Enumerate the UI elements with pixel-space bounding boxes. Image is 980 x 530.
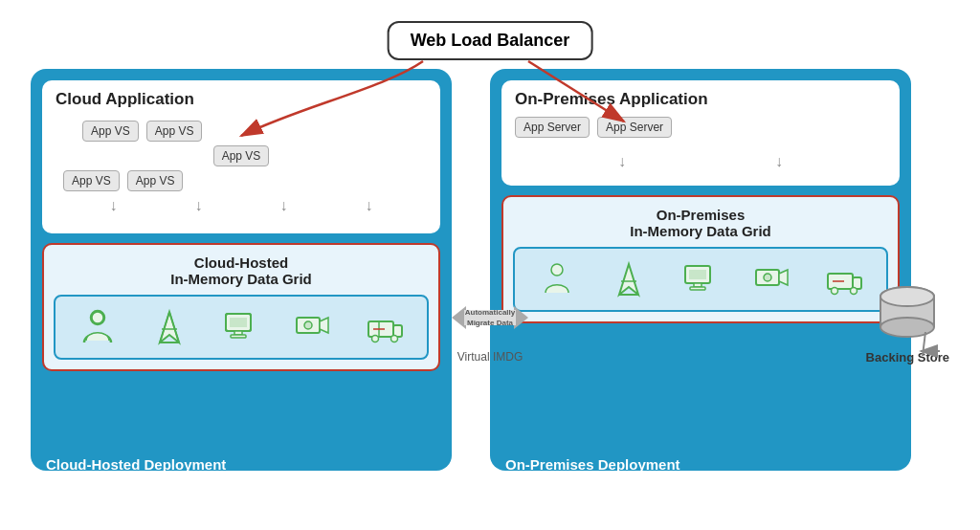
migration-arrow-svg: Automatically Migrate Data: [437, 289, 543, 346]
svg-text:Migrate Data: Migrate Data: [467, 319, 514, 327]
camera-icon: [292, 306, 334, 348]
onprem-app-title: On-Premises Application: [515, 90, 886, 109]
app-vs-badge-4: App VS: [63, 170, 120, 191]
svg-point-34: [831, 288, 837, 295]
onprem-deployment-box: On-Premises Application App Server App S…: [490, 69, 911, 471]
onprem-tower-icon: [608, 258, 650, 300]
app-server-badge-1: App Server: [515, 117, 590, 138]
database-icon: [874, 279, 941, 346]
onprem-imdg-inner: [513, 247, 888, 312]
svg-point-47: [880, 287, 934, 306]
onprem-computer-icon: [679, 258, 722, 300]
svg-text:Automatically: Automatically: [465, 308, 516, 317]
cloud-app-title: Cloud Application: [56, 90, 427, 109]
svg-point-21: [551, 264, 563, 276]
svg-point-35: [850, 288, 857, 295]
down-arrow-3: ↓: [280, 197, 288, 214]
truck-icon: [364, 306, 406, 348]
svg-point-1: [92, 312, 103, 323]
onprem-down-arrow-2: ↓: [775, 153, 783, 170]
person-icon: [77, 306, 119, 348]
svg-marker-2: [160, 312, 179, 342]
cloud-deployment-box: Cloud Application App VS App VS App VS A…: [31, 69, 452, 471]
app-server-badge-2: App Server: [597, 117, 672, 138]
backing-store: Backing Store: [866, 279, 949, 364]
onprem-down-arrow-1: ↓: [618, 153, 626, 170]
down-arrow-4: ↓: [366, 197, 373, 214]
onprem-camera-icon: [751, 258, 793, 300]
svg-point-31: [764, 274, 771, 281]
diagram-container: Web Load Balancer Cloud Application App …: [21, 11, 959, 519]
svg-point-18: [390, 336, 397, 342]
web-load-balancer-label: Web Load Balancer: [411, 31, 570, 50]
backing-store-label: Backing Store: [866, 350, 949, 364]
onprem-application-box: On-Premises Application App Server App S…: [501, 80, 900, 186]
down-arrow-1: ↓: [110, 197, 118, 214]
cloud-imdg-title: Cloud-HostedIn-Memory Data Grid: [54, 254, 429, 287]
tower-icon: [148, 306, 190, 348]
svg-marker-13: [320, 318, 328, 333]
app-vs-badge-1: App VS: [82, 121, 139, 142]
cloud-imdg-outer: Cloud-HostedIn-Memory Data Grid: [42, 243, 440, 371]
app-vs-badge-5: App VS: [127, 170, 184, 191]
svg-marker-37: [452, 306, 466, 329]
app-vs-badge-2: App VS: [146, 121, 203, 142]
svg-point-14: [304, 321, 312, 329]
cloud-imdg-inner: [54, 295, 429, 360]
app-vs-badge-3: App VS: [213, 145, 270, 166]
down-arrow-2: ↓: [195, 197, 203, 214]
onprem-deployment-label: On-Premises Deployment: [505, 456, 680, 473]
svg-point-44: [880, 318, 934, 337]
web-load-balancer: Web Load Balancer: [388, 21, 593, 60]
svg-rect-11: [231, 335, 246, 338]
svg-rect-9: [230, 318, 247, 327]
cloud-application-box: Cloud Application App VS App VS App VS A…: [42, 80, 440, 233]
migration-area: Automatically Migrate Data Virtual IMDG: [433, 289, 547, 364]
onprem-imdg-title: On-PremisesIn-Memory Data Grid: [513, 207, 888, 239]
onprem-imdg-outer: On-PremisesIn-Memory Data Grid: [501, 195, 900, 323]
computer-icon: [220, 306, 262, 348]
svg-marker-22: [619, 264, 638, 295]
onprem-truck-icon: [823, 258, 865, 300]
cloud-deployment-label: Cloud-Hosted Deployment: [46, 456, 226, 473]
svg-marker-38: [514, 306, 528, 329]
svg-rect-28: [690, 287, 705, 290]
svg-point-17: [371, 336, 378, 342]
svg-rect-26: [689, 270, 706, 279]
virtual-imdg-label: Virtual IMDG: [457, 350, 523, 364]
svg-marker-30: [779, 270, 788, 285]
